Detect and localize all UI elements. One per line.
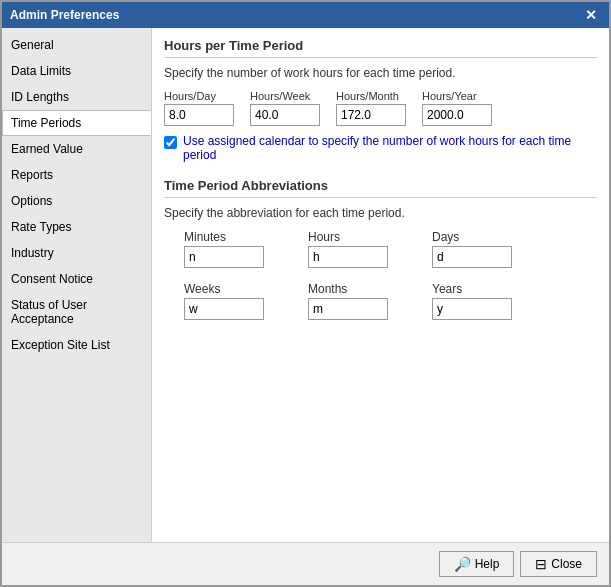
sidebar-item-reports[interactable]: Reports [2, 162, 151, 188]
help-icon: 🔎 [454, 556, 471, 572]
hours-section-header: Hours per Time Period [164, 38, 597, 58]
hours-week-group: Hours/Week [250, 90, 320, 126]
title-bar: Admin Preferences ✕ [2, 2, 609, 28]
abbrev-months-input[interactable] [308, 298, 388, 320]
hours-day-label: Hours/Day [164, 90, 234, 102]
abbrev-hours-group: Hours [308, 230, 408, 268]
close-label: Close [551, 557, 582, 571]
help-button[interactable]: 🔎 Help [439, 551, 515, 577]
calendar-checkbox-row: Use assigned calendar to specify the num… [164, 134, 597, 162]
sidebar-item-earned-value[interactable]: Earned Value [2, 136, 151, 162]
abbrev-hours-input[interactable] [308, 246, 388, 268]
hours-month-input[interactable] [336, 104, 406, 126]
sidebar-item-general[interactable]: General [2, 32, 151, 58]
close-button[interactable]: ⊟ Close [520, 551, 597, 577]
abbrev-years-label: Years [432, 282, 532, 296]
dialog-title: Admin Preferences [10, 8, 119, 22]
admin-preferences-dialog: Admin Preferences ✕ General Data Limits … [0, 0, 611, 587]
sidebar-item-industry[interactable]: Industry [2, 240, 151, 266]
abbrev-weeks-input[interactable] [184, 298, 264, 320]
dialog-body: General Data Limits ID Lengths Time Peri… [2, 28, 609, 542]
hours-month-group: Hours/Month [336, 90, 406, 126]
sidebar-item-exception-site-list[interactable]: Exception Site List [2, 332, 151, 358]
sidebar-item-status-user-acceptance[interactable]: Status of User Acceptance [2, 292, 151, 332]
abbrev-minutes-input[interactable] [184, 246, 264, 268]
hours-section-desc: Specify the number of work hours for eac… [164, 66, 597, 80]
sidebar-item-consent-notice[interactable]: Consent Notice [2, 266, 151, 292]
abbrev-section: Time Period Abbreviations Specify the ab… [164, 178, 597, 320]
abbrev-section-desc: Specify the abbreviation for each time p… [164, 206, 597, 220]
sidebar: General Data Limits ID Lengths Time Peri… [2, 28, 152, 542]
calendar-checkbox-label: Use assigned calendar to specify the num… [183, 134, 597, 162]
sidebar-item-rate-types[interactable]: Rate Types [2, 214, 151, 240]
hours-month-label: Hours/Month [336, 90, 406, 102]
hours-day-input[interactable] [164, 104, 234, 126]
sidebar-item-options[interactable]: Options [2, 188, 151, 214]
hours-week-label: Hours/Week [250, 90, 320, 102]
calendar-checkbox[interactable] [164, 136, 177, 149]
abbrev-hours-label: Hours [308, 230, 408, 244]
hours-year-input[interactable] [422, 104, 492, 126]
abbrev-minutes-label: Minutes [184, 230, 284, 244]
abbrev-months-group: Months [308, 282, 408, 320]
sidebar-item-id-lengths[interactable]: ID Lengths [2, 84, 151, 110]
hours-section: Hours per Time Period Specify the number… [164, 38, 597, 162]
title-bar-close-button[interactable]: ✕ [581, 7, 601, 23]
abbrev-weeks-group: Weeks [184, 282, 284, 320]
abbrev-section-header: Time Period Abbreviations [164, 178, 597, 198]
hours-fields-row: Hours/Day Hours/Week Hours/Month Hours/Y… [164, 90, 597, 126]
hours-year-label: Hours/Year [422, 90, 492, 102]
abbrev-years-input[interactable] [432, 298, 512, 320]
sidebar-item-data-limits[interactable]: Data Limits [2, 58, 151, 84]
abbrev-weeks-label: Weeks [184, 282, 284, 296]
hours-week-input[interactable] [250, 104, 320, 126]
help-label: Help [475, 557, 500, 571]
hours-year-group: Hours/Year [422, 90, 492, 126]
abbrev-months-label: Months [308, 282, 408, 296]
hours-day-group: Hours/Day [164, 90, 234, 126]
abbrev-minutes-group: Minutes [184, 230, 284, 268]
close-icon: ⊟ [535, 556, 547, 572]
main-content: Hours per Time Period Specify the number… [152, 28, 609, 542]
dialog-footer: 🔎 Help ⊟ Close [2, 542, 609, 585]
abbrev-days-input[interactable] [432, 246, 512, 268]
abbrev-days-group: Days [432, 230, 532, 268]
abbrev-years-group: Years [432, 282, 532, 320]
abbrev-days-label: Days [432, 230, 532, 244]
sidebar-item-time-periods[interactable]: Time Periods [2, 110, 151, 136]
abbrev-fields-grid: Minutes Hours Days Weeks [184, 230, 597, 320]
